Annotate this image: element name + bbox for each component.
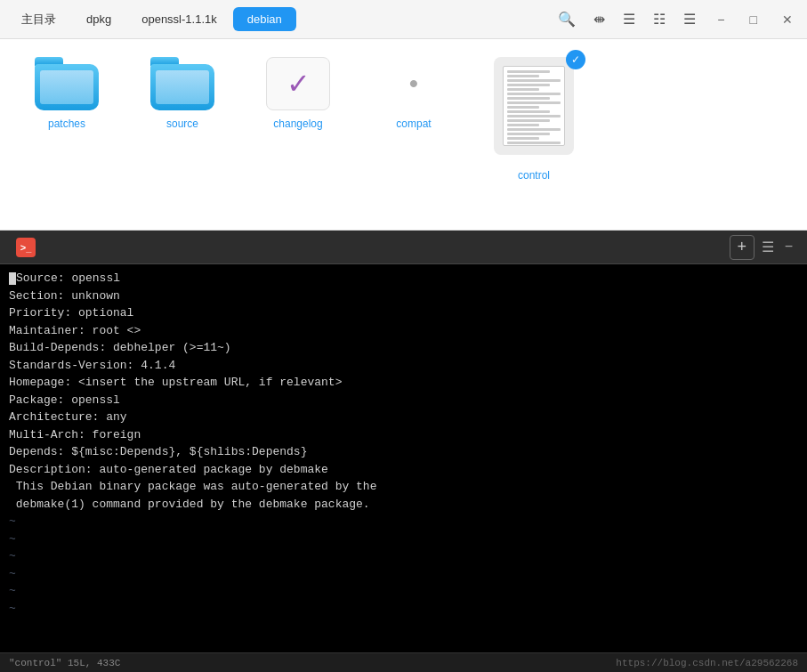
check-file-icon: ✓ xyxy=(266,57,330,110)
control-preview xyxy=(494,57,574,155)
terminal-line-12: Depends: ${misc:Depends}, ${shlibs:Depen… xyxy=(9,443,798,461)
folder-icon-source xyxy=(150,57,214,110)
search-icon[interactable]: 🔍 xyxy=(554,7,579,31)
file-item-source[interactable]: source xyxy=(142,57,222,130)
terminal-wrapper: >_ + ☰ − Source: openssl Section: unknow… xyxy=(0,231,807,672)
terminal-tilde-1: ~ xyxy=(9,513,798,530)
file-item-compat[interactable]: • compat xyxy=(374,57,454,130)
terminal-tab-bar: >_ + ☰ − xyxy=(0,231,807,264)
terminal-status-bar: "control" 15L, 433C https://blog.csdn.ne… xyxy=(0,652,807,672)
terminal-controls: ☰ − xyxy=(755,239,800,255)
file-item-patches[interactable]: patches xyxy=(27,57,107,130)
file-area: patches source ✓ changelog • compat ✓ xyxy=(0,39,807,231)
close-button[interactable]: ✕ xyxy=(775,9,800,30)
terminal-line-2: Section: unknown xyxy=(9,287,798,305)
tab-openssl[interactable]: openssl-1.1.1k xyxy=(127,7,231,31)
terminal-tilde-4: ~ xyxy=(9,565,798,583)
terminal-minimize-icon[interactable]: − xyxy=(785,239,793,255)
menu-icon[interactable]: ☰ xyxy=(680,7,699,31)
terminal-line-9: Package: openssl xyxy=(9,392,798,409)
list-view-icon[interactable]: ☰ xyxy=(619,7,639,31)
control-doc-thumbnail xyxy=(503,66,565,146)
terminal-line-3: Priority: optional xyxy=(9,304,798,322)
terminal-line-1: Source: openssl xyxy=(9,270,798,287)
terminal-line-7: Homepage: <insert the upstream URL, if r… xyxy=(9,374,798,392)
terminal-line-5: Build-Depends: debhelper (>=11~) xyxy=(9,339,798,357)
terminal-line-4: Maintainer: root <> xyxy=(9,322,798,340)
selected-checkmark-icon: ✓ xyxy=(566,50,585,69)
tab-dpkg[interactable]: dpkg xyxy=(72,7,125,31)
terminal-menu-icon[interactable]: ☰ xyxy=(762,239,774,255)
terminal-tilde-6: ~ xyxy=(9,600,798,618)
file-label-control: control xyxy=(518,169,550,182)
terminal-tilde-2: ~ xyxy=(9,530,798,548)
tab-debian[interactable]: debian xyxy=(233,7,296,31)
folder-icon-patches xyxy=(35,57,99,110)
toolbar-icons: 🔍 ⇼ ☰ ☷ ☰ − □ ✕ xyxy=(554,7,800,31)
terminal-tilde-5: ~ xyxy=(9,582,798,600)
terminal-tab-icon: >_ xyxy=(16,238,36,257)
terminal-status-text: "control" 15L, 433C xyxy=(9,658,120,668)
terminal-line-15: debmake(1) command provided by the debma… xyxy=(9,496,798,514)
terminal-line-6: Standards-Version: 4.1.4 xyxy=(9,357,798,375)
terminal-tilde-3: ~ xyxy=(9,547,798,565)
top-bar: 主目录 dpkg openssl-1.1.1k debian 🔍 ⇼ ☰ ☷ ☰… xyxy=(0,0,807,39)
terminal-tab[interactable]: >_ xyxy=(7,234,44,261)
terminal-line-10: Architecture: any xyxy=(9,409,798,426)
file-label-changelog: changelog xyxy=(273,117,322,130)
minimize-button[interactable]: − xyxy=(710,9,731,30)
grid-view-icon[interactable]: ⇼ xyxy=(590,7,609,31)
compat-icon: • xyxy=(382,57,446,110)
checkmark-icon: ✓ xyxy=(286,67,311,101)
details-view-icon[interactable]: ☷ xyxy=(650,7,669,31)
terminal-line-14: This Debian binary package was auto-gene… xyxy=(9,478,798,496)
file-label-compat: compat xyxy=(396,117,431,130)
watermark-text: https://blog.csdn.net/a29562268 xyxy=(616,658,798,668)
file-label-source: source xyxy=(166,117,198,130)
file-item-changelog[interactable]: ✓ changelog xyxy=(258,57,338,130)
tab-home[interactable]: 主目录 xyxy=(7,6,70,33)
terminal-line-11: Multi-Arch: foreign xyxy=(9,426,798,444)
add-terminal-button[interactable]: + xyxy=(730,235,755,260)
file-item-control[interactable]: ✓ xyxy=(489,57,578,182)
terminal-line-13: Description: auto-generated package by d… xyxy=(9,461,798,479)
file-label-patches: patches xyxy=(48,117,85,130)
maximize-button[interactable]: □ xyxy=(743,9,764,30)
terminal-content[interactable]: Source: openssl Section: unknown Priorit… xyxy=(0,264,807,652)
